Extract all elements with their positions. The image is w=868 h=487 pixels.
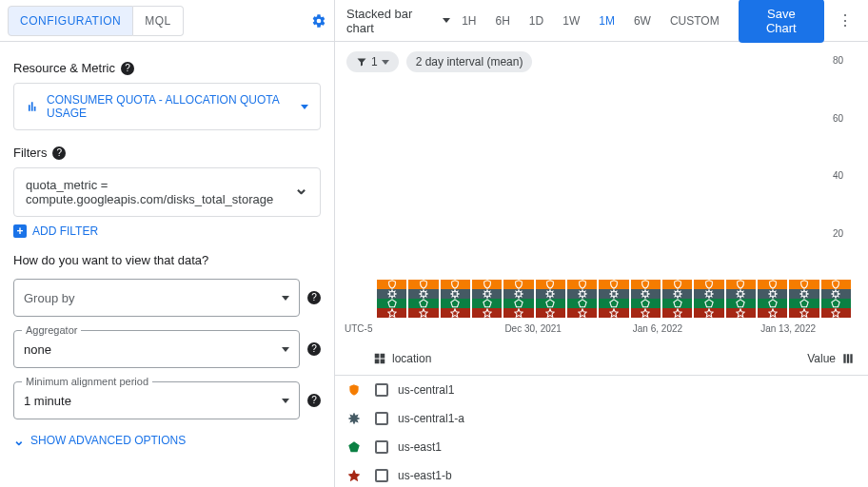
- config-panel: CONFIGURATION MQL Resource & Metric ? CO…: [0, 0, 335, 487]
- range-custom[interactable]: CUSTOM: [662, 9, 727, 33]
- help-icon[interactable]: ?: [52, 146, 66, 160]
- chevron-down-icon: ⌄: [294, 178, 308, 199]
- gear-icon[interactable]: [311, 13, 326, 29]
- bar-segment: [472, 308, 502, 318]
- legend-label: us-east1-b: [398, 469, 452, 482]
- range-6w[interactable]: 6W: [626, 9, 659, 33]
- time-range-picker: 1H6H1D1W1M6WCUSTOM: [454, 9, 726, 33]
- bar-segment: [631, 289, 661, 299]
- interval-chip[interactable]: 2 day interval (mean): [406, 51, 533, 72]
- aggregator-select[interactable]: Aggregator none: [13, 330, 300, 368]
- chart-bar[interactable]: [599, 280, 628, 318]
- legend-checkbox[interactable]: [375, 440, 388, 454]
- chart-bar[interactable]: [408, 280, 438, 318]
- bar-segment: [567, 289, 597, 299]
- legend-checkbox[interactable]: [375, 383, 388, 397]
- legend-header-label: location: [392, 352, 431, 365]
- legend-label: us-central1: [398, 383, 454, 397]
- range-1d[interactable]: 1D: [522, 9, 551, 33]
- legend-checkbox[interactable]: [375, 469, 388, 482]
- legend-label: us-central1-a: [398, 412, 464, 425]
- bar-segment: [789, 280, 819, 289]
- legend-row[interactable]: us-east1-b: [335, 461, 868, 487]
- chart-bar[interactable]: [631, 280, 661, 318]
- bar-segment: [567, 280, 597, 289]
- chevron-down-icon: [301, 105, 308, 109]
- chart-bar[interactable]: [821, 280, 851, 318]
- bar-segment: [758, 280, 787, 289]
- bar-segment: [821, 299, 851, 308]
- bar-segment: [789, 299, 819, 308]
- tab-bar: CONFIGURATION MQL: [0, 0, 334, 42]
- bar-segment: [408, 280, 438, 289]
- bar-segment: [726, 280, 756, 289]
- bar-segment: [821, 280, 851, 289]
- chart-bar[interactable]: [758, 280, 787, 318]
- help-icon[interactable]: ?: [307, 394, 321, 407]
- filter-chip[interactable]: 1: [346, 51, 399, 72]
- filter-expression-text: quota_metric = compute.googleapis.com/di…: [26, 178, 264, 206]
- plus-icon: +: [13, 224, 27, 238]
- bar-segment: [536, 289, 565, 299]
- bar-segment: [567, 308, 597, 318]
- columns-icon[interactable]: [841, 352, 855, 365]
- chevron-down-icon: [282, 296, 289, 301]
- alignment-select[interactable]: Minimum alignment period 1 minute: [13, 381, 300, 419]
- chart-panel: Stacked bar chart 1H6H1D1W1M6WCUSTOM Sav…: [335, 0, 868, 487]
- chart-bar[interactable]: [567, 280, 597, 318]
- show-advanced-button[interactable]: ⌄ SHOW ADVANCED OPTIONS: [13, 433, 321, 448]
- bar-segment: [599, 280, 628, 289]
- chart-bar[interactable]: [441, 280, 470, 318]
- legend-row[interactable]: us-central1: [335, 376, 868, 404]
- bar-segment: [789, 308, 819, 318]
- legend-checkbox[interactable]: [375, 412, 388, 425]
- legend-row[interactable]: us-central1-a: [335, 404, 868, 433]
- chart-bar[interactable]: [662, 280, 692, 318]
- chevron-down-icon: [382, 60, 389, 65]
- tab-mql[interactable]: MQL: [133, 6, 184, 36]
- chart-bar[interactable]: [726, 280, 756, 318]
- save-chart-button[interactable]: Save Chart: [739, 0, 824, 43]
- legend-header: location Value: [335, 342, 868, 376]
- bar-segment: [726, 289, 756, 299]
- chip-row: 1 2 day interval (mean): [335, 42, 868, 82]
- more-icon[interactable]: ⋮: [834, 8, 857, 33]
- filter-expression[interactable]: quota_metric = compute.googleapis.com/di…: [13, 167, 321, 217]
- help-icon[interactable]: ?: [307, 342, 321, 356]
- range-1m[interactable]: 1M: [591, 9, 622, 33]
- range-1h[interactable]: 1H: [454, 9, 483, 33]
- bar-segment: [377, 280, 406, 289]
- bar-segment: [472, 289, 502, 299]
- star-icon: [348, 470, 360, 481]
- chart-bar[interactable]: [377, 280, 406, 318]
- range-1w[interactable]: 1W: [555, 9, 587, 33]
- bar-segment: [662, 289, 692, 299]
- bar-segment: [599, 299, 628, 308]
- filters-title: Filters ?: [13, 146, 321, 160]
- help-icon[interactable]: ?: [121, 62, 134, 75]
- resource-metric-title: Resource & Metric ?: [13, 61, 321, 75]
- chart-bar[interactable]: [694, 280, 723, 318]
- bar-segment: [758, 299, 787, 308]
- chart-bars: [377, 88, 851, 318]
- chart-bar[interactable]: [789, 280, 819, 318]
- chart-type-select[interactable]: Stacked bar chart: [346, 7, 450, 35]
- chevron-down-icon: ⌄: [13, 433, 25, 448]
- range-6h[interactable]: 6H: [488, 9, 518, 33]
- chart-bar[interactable]: [503, 280, 533, 318]
- group-by-select[interactable]: Group by: [13, 279, 300, 317]
- legend-list: us-central1 us-central1-a us-east1 us-ea…: [335, 376, 868, 487]
- help-icon[interactable]: ?: [307, 291, 321, 304]
- bar-segment: [472, 299, 502, 308]
- bar-segment: [821, 308, 851, 318]
- bar-segment: [377, 289, 406, 299]
- resource-metric-selector[interactable]: CONSUMER QUOTA - ALLOCATION QUOTA USAGE: [13, 83, 321, 130]
- add-filter-button[interactable]: + ADD FILTER: [13, 224, 321, 238]
- bar-segment: [377, 308, 406, 318]
- bar-segment: [758, 289, 787, 299]
- legend-row[interactable]: us-east1: [335, 433, 868, 461]
- chart-bar[interactable]: [536, 280, 565, 318]
- bar-segment: [377, 299, 406, 308]
- tab-configuration[interactable]: CONFIGURATION: [8, 6, 133, 36]
- chart-bar[interactable]: [472, 280, 502, 318]
